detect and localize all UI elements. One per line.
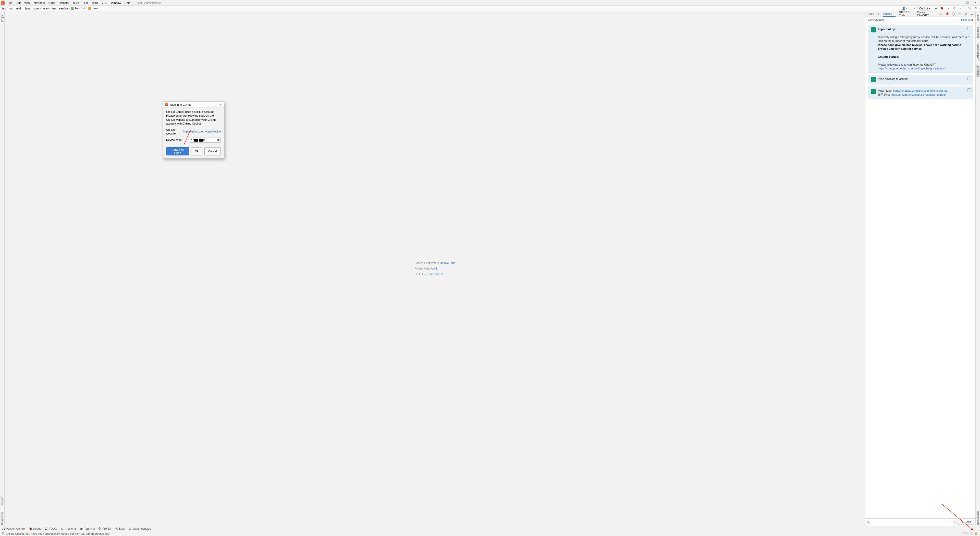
app-icon [1,1,5,5]
build-hammer-icon[interactable]: ↘ [912,6,916,11]
tab-online[interactable]: Online ChatGPT [916,11,933,17]
bt-problems[interactable]: ⚠Problems [60,527,76,530]
run-config-combo[interactable]: Copilot▾ [918,6,932,11]
bt-todo[interactable]: ☰TODO [45,527,57,530]
hint-goto-key: Ctrl+Shift+R [428,273,443,276]
chat-message: Type anything to ask me. [868,75,973,84]
crumb-9[interactable]: main [88,6,99,10]
github-icon[interactable]: ◯ [952,12,955,16]
bottom-tool-stripe: ⎇Version Control 🐞Debug ☰TODO ⚠Problems … [0,526,980,531]
dialog-title: Sign in to GitHub [170,103,191,106]
hide-icon[interactable]: — [970,12,974,16]
coverage-button[interactable]: ⏵ [945,6,951,11]
more-icon[interactable]: ⋯ [958,12,961,16]
left-tool-stripe: Project Structure Bookmarks [0,11,5,526]
copy-message-icon[interactable] [967,27,971,30]
stripe-database[interactable]: Database [976,26,980,39]
bt-version-control[interactable]: ⎇Version Control [2,527,25,530]
stripe-chatgpt[interactable]: ChatGPT [976,65,980,78]
menu-code[interactable]: Code [47,1,57,5]
chat-message: Important tip: Currently using a third-p… [868,25,973,73]
crumb-3[interactable]: java [25,7,31,10]
svg-line-2 [942,504,974,530]
copy-message-icon[interactable] [967,88,971,92]
dialog-close-icon[interactable]: ✕ [218,102,222,107]
tab-chatgpt[interactable]: ChatGPT [883,11,896,17]
help-icon[interactable]: ? [939,12,942,16]
assistant-avatar-icon [871,89,876,94]
window-close[interactable]: ✕ [971,0,979,5]
menu-help[interactable]: Help [123,1,132,5]
crumb-0[interactable]: test [2,7,7,10]
tab-gpt35[interactable]: GPT-3.5-Turbo [899,11,914,17]
dialog-app-icon [165,103,168,106]
crumb-1[interactable]: src [9,7,14,10]
copy-code-icon[interactable]: ⧉ [218,138,220,142]
cancel-button[interactable]: Cancel [204,147,221,156]
annotation-arrow-1 [183,131,193,146]
run-button[interactable]: ▶ [933,6,939,11]
menu-run[interactable]: Run [81,1,89,5]
menu-vcs[interactable]: VCS [100,1,109,5]
window-maximize[interactable]: ☐ [964,0,971,5]
menu-view[interactable]: View [23,1,32,5]
chat-title: ChatGPT: [867,13,880,16]
window-title: test - Administrator [137,1,161,4]
profile-button[interactable]: ⏱ [952,6,957,11]
search-everywhere-icon[interactable]: 🔍 [967,6,972,11]
crumb-4[interactable]: com [33,7,39,10]
getting-started-label: Getting Started: [878,55,899,58]
user-icon[interactable]: 👤▾ [902,6,907,11]
github-signin-dialog: Sign in to GitHub ✕ GitHub Copilot uses … [163,102,224,159]
bt-build[interactable]: 🔨Build [115,527,125,530]
bt-terminal[interactable]: ▣Terminal [80,527,95,530]
menu-tools[interactable]: Tools [90,1,100,5]
ok-button[interactable]: Ok [191,147,202,156]
status-bar: ☐ GitHub Copilot: You have been successf… [0,531,980,536]
stripe-github-copilot[interactable]: GitHub Copilot [976,43,980,61]
copy-and-open-button[interactable]: Copy and Open [166,147,189,156]
stripe-bookmarks[interactable]: Bookmarks [0,511,4,526]
bt-profiler[interactable]: ⏱Profiler [98,527,111,530]
stripe-maven[interactable]: Maven [976,13,980,22]
pin-icon[interactable]: 📌 [945,12,949,16]
hint-search-key: Double Shift [440,261,455,264]
crumb-6[interactable]: test [51,7,57,10]
copy-message-icon[interactable] [967,76,971,80]
config-link[interactable]: https://chatgpt.en.obiscr.com/settings/c… [878,67,945,70]
menu-file[interactable]: File [6,1,14,5]
stripe-notifications[interactable]: Notifications [976,510,980,526]
assistant-avatar-icon [871,27,876,32]
crumb-8[interactable]: TreeTest [70,6,86,10]
menu-edit[interactable]: Edit [14,1,22,5]
stripe-structure[interactable]: Structure [0,495,4,507]
chat-input[interactable] [872,521,952,524]
window-minimize[interactable]: — [956,0,964,5]
debug-button[interactable]: 🐞 [939,6,945,11]
menu-build[interactable]: Build [72,1,81,5]
crumb-5[interactable]: rkyao [41,7,49,10]
settings-sync-icon[interactable]: ⟳ [974,6,978,11]
stripe-project[interactable]: Project [0,13,4,23]
svg-marker-1 [189,131,191,133]
must-read-link[interactable]: https://chatgpt.en.obiscr.com/getting-st… [893,89,948,92]
stop-button[interactable]: ■ [958,6,963,11]
watermark: CSDN @ [963,532,973,535]
annotation-arrow-2 [942,504,975,533]
menu-refactor[interactable]: Refactor [57,1,71,5]
menu-bar: File Edit View Navigate Code Refactor Bu… [0,0,980,6]
menu-window[interactable]: Window [110,1,123,5]
menu-navigate[interactable]: Navigate [32,1,46,5]
bt-dependencies[interactable]: ⊞Dependencies [129,527,151,530]
svg-line-0 [184,131,190,145]
editor-empty-state: Search Everywhere Double Shift Project V… [5,11,865,526]
crumb-7[interactable]: service [59,7,68,10]
device-code-field[interactable]: 47▇▇-▇▇9E ⧉ [189,138,221,142]
bt-debug[interactable]: 🐞Debug [29,527,41,530]
crumb-2[interactable]: main [16,7,23,10]
gear-icon[interactable]: ⚙ [964,12,967,16]
must-read-cn-link[interactable]: https://chatgpt.cn.obiscr.com/getting-st… [891,93,946,96]
new-chat-link[interactable]: New chat [961,18,973,21]
dialog-description: GitHub Copilot uses a GitHub account. Pl… [166,110,221,126]
chatgpt-tool-window: ChatGPT: ChatGPT GPT-3.5-Turbo Online Ch… [865,11,975,526]
